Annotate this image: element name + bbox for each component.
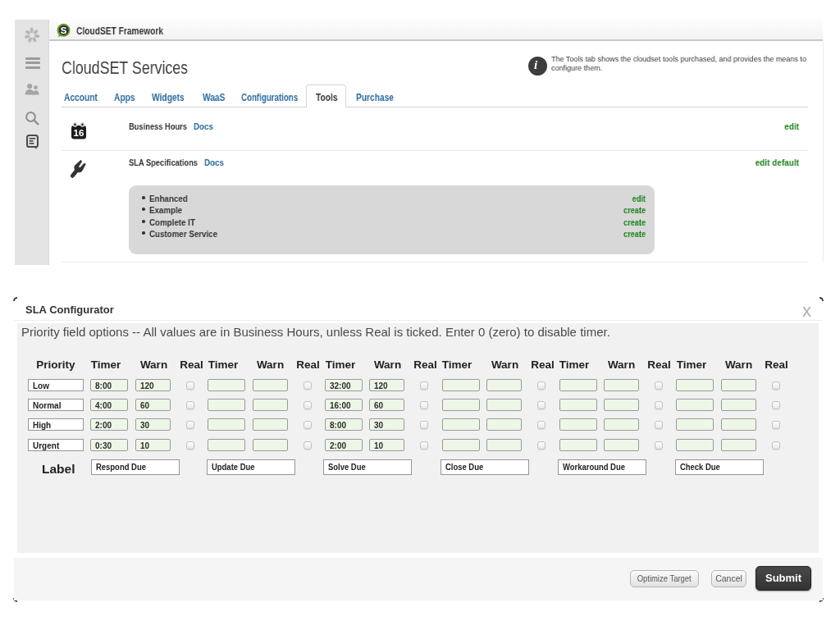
svg-text:16: 16 <box>74 128 84 138</box>
svg-text:S: S <box>61 25 67 35</box>
